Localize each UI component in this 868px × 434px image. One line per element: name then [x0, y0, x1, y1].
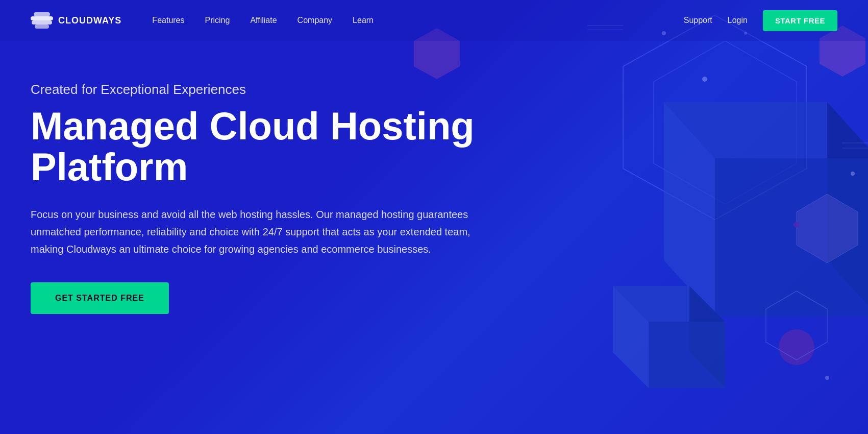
svg-marker-2 [664, 102, 868, 158]
svg-marker-10 [797, 194, 858, 263]
svg-marker-7 [689, 286, 725, 388]
login-link[interactable]: Login [728, 16, 748, 25]
start-free-button[interactable]: START FREE [763, 10, 837, 31]
hero-title: Managed Cloud Hosting Platform [31, 106, 480, 187]
nav-links: Features Pricing Affiliate Company Learn [152, 16, 683, 25]
navbar: CLOUDWAYS Features Pricing Affiliate Com… [0, 0, 868, 41]
hero-description: Focus on your business and avoid all the… [31, 206, 475, 258]
hero-section: CLOUDWAYS Features Pricing Affiliate Com… [0, 0, 868, 434]
svg-rect-25 [31, 16, 53, 20]
cloudways-logo-icon [31, 12, 53, 29]
hero-subtitle: Created for Exceptional Experiences [31, 82, 480, 98]
svg-marker-3 [827, 102, 868, 317]
svg-marker-5 [715, 158, 868, 317]
logo-text: CLOUDWAYS [58, 15, 121, 26]
nav-learn[interactable]: Learn [353, 16, 374, 25]
svg-rect-28 [35, 25, 49, 29]
logo[interactable]: CLOUDWAYS [31, 12, 121, 29]
nav-pricing[interactable]: Pricing [205, 16, 230, 25]
nav-right: Support Login START FREE [684, 10, 837, 31]
svg-point-23 [825, 376, 829, 380]
nav-company[interactable]: Company [297, 16, 332, 25]
svg-point-12 [779, 329, 814, 365]
svg-rect-26 [34, 12, 50, 16]
svg-marker-1 [654, 41, 797, 204]
svg-marker-6 [613, 286, 725, 322]
svg-rect-27 [32, 20, 52, 25]
support-link[interactable]: Support [684, 16, 712, 25]
svg-marker-9 [649, 322, 725, 388]
svg-marker-0 [623, 15, 807, 220]
get-started-button[interactable]: GET STARTED FREE [31, 282, 169, 314]
svg-point-20 [702, 77, 707, 82]
svg-point-21 [793, 222, 800, 228]
nav-features[interactable]: Features [152, 16, 184, 25]
svg-marker-24 [766, 291, 827, 360]
svg-marker-8 [613, 286, 649, 388]
hero-content: Created for Exceptional Experiences Mana… [0, 41, 510, 314]
svg-marker-4 [664, 102, 715, 317]
svg-point-22 [851, 172, 855, 176]
nav-affiliate[interactable]: Affiliate [250, 16, 277, 25]
